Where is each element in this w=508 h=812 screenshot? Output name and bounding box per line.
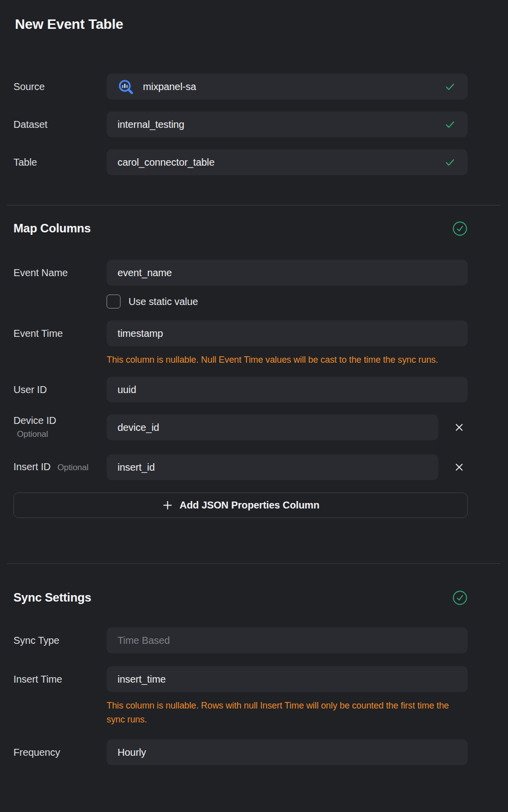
event-name-label: Event Name	[13, 267, 107, 279]
map-columns-header: Map Columns	[13, 220, 468, 236]
event-name-row: Event Name event_name	[13, 260, 468, 286]
add-json-properties-label: Add JSON Properties Column	[180, 500, 320, 511]
device-id-row: Device ID Optional device_id	[13, 414, 468, 440]
frequency-label: Frequency	[13, 746, 107, 758]
insert-time-label: Insert Time	[13, 673, 107, 685]
table-label: Table	[13, 156, 107, 168]
device-id-value: device_id	[118, 422, 426, 433]
insert-id-select[interactable]: insert_id	[107, 454, 438, 480]
insert-id-label: Insert ID	[13, 461, 51, 472]
insert-time-nullable-warning: This column is nullable. Rows with null …	[107, 699, 468, 726]
insert-time-row: Insert Time insert_time	[13, 666, 468, 692]
sync-type-row: Sync Type Time Based	[13, 627, 468, 653]
user-id-select[interactable]: uuid	[107, 377, 468, 403]
close-icon	[454, 462, 465, 473]
insert-id-optional-label: Optional	[57, 463, 89, 472]
frequency-value: Hourly	[118, 747, 456, 758]
insert-id-value: insert_id	[118, 462, 426, 473]
source-value: mixpanel-sa	[143, 81, 438, 93]
sync-type-value: Time Based	[118, 635, 456, 646]
remove-device-id-button[interactable]	[451, 419, 468, 436]
use-static-value-row: Use static value	[107, 295, 468, 308]
sync-settings-heading: Sync Settings	[13, 590, 91, 606]
dataset-label: Dataset	[13, 118, 107, 130]
plus-icon	[162, 500, 173, 511]
page-title: New Event Table	[15, 16, 508, 32]
remove-insert-id-button[interactable]	[451, 459, 468, 476]
event-time-select[interactable]: timestamp	[107, 320, 468, 346]
section-divider	[7, 205, 501, 205]
device-id-optional-label: Optional	[13, 428, 102, 440]
user-id-label: User ID	[13, 384, 107, 396]
close-icon	[454, 422, 465, 433]
map-columns-heading: Map Columns	[13, 220, 91, 236]
event-time-value: timestamp	[118, 328, 456, 339]
event-name-value: event_name	[118, 267, 456, 279]
device-id-select[interactable]: device_id	[107, 414, 438, 440]
add-json-properties-button[interactable]: Add JSON Properties Column	[13, 493, 468, 518]
insert-time-value: insert_time	[118, 674, 456, 685]
user-id-row: User ID uuid	[13, 377, 468, 403]
sync-settings-header: Sync Settings	[13, 590, 468, 606]
table-select[interactable]: carol_connector_table	[107, 149, 468, 175]
table-row: Table carol_connector_table	[13, 149, 468, 175]
dataset-row: Dataset internal_testing	[13, 111, 468, 137]
valid-check-icon	[444, 81, 456, 93]
device-id-label: Device ID	[13, 414, 102, 426]
insert-time-select[interactable]: insert_time	[107, 666, 468, 692]
insert-id-row: Insert ID Optional insert_id	[13, 454, 468, 480]
source-select[interactable]: mixpanel-sa	[107, 74, 468, 100]
event-time-label: Event Time	[13, 327, 107, 339]
dataset-value: internal_testing	[118, 119, 438, 130]
new-event-table-panel: New Event Table Source mixpanel-sa Datas…	[0, 0, 508, 812]
event-name-select[interactable]: event_name	[107, 260, 468, 286]
use-static-value-label: Use static value	[128, 296, 198, 307]
source-label: Source	[13, 81, 107, 93]
frequency-select[interactable]: Hourly	[107, 739, 468, 765]
sync-type-select[interactable]: Time Based	[107, 627, 468, 653]
bigquery-icon	[118, 79, 134, 95]
section-complete-icon	[452, 221, 468, 236]
table-value: carol_connector_table	[118, 157, 438, 168]
event-time-nullable-warning: This column is nullable. Null Event Time…	[107, 353, 468, 367]
source-row: Source mixpanel-sa	[13, 74, 468, 100]
use-static-value-checkbox[interactable]	[107, 295, 121, 308]
sync-type-label: Sync Type	[13, 634, 107, 646]
user-id-value: uuid	[118, 384, 456, 396]
valid-check-icon	[444, 157, 456, 168]
event-time-row: Event Time timestamp	[13, 320, 468, 346]
valid-check-icon	[444, 119, 456, 130]
section-divider	[7, 563, 501, 564]
section-complete-icon	[452, 590, 468, 606]
dataset-select[interactable]: internal_testing	[107, 111, 468, 137]
frequency-row: Frequency Hourly	[13, 739, 468, 765]
